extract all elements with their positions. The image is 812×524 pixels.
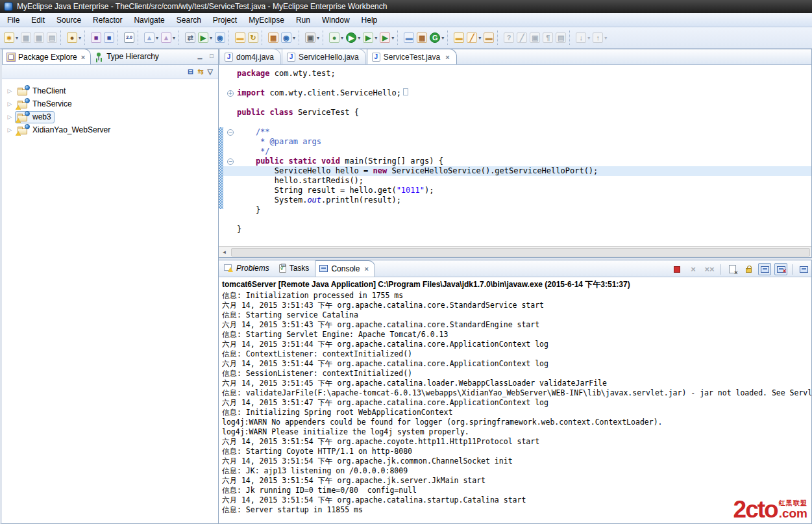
dropdown-arrow-icon[interactable]: ▾	[156, 35, 158, 41]
open-type-button[interactable]: ▬	[452, 31, 465, 44]
editor-tab-dom4j-java[interactable]: Jdom4j.java	[219, 49, 281, 64]
expand-arrow-icon[interactable]: ▷	[6, 101, 14, 107]
console-output[interactable]: 信息: Initialization processed in 1755 ms六…	[219, 290, 811, 523]
clear-console-button[interactable]	[726, 263, 739, 275]
browser-switch-button[interactable]: ◉▾	[280, 31, 297, 44]
close-tab-icon[interactable]: ×	[81, 53, 85, 61]
expand-arrow-icon[interactable]: ▷	[6, 127, 14, 133]
expand-arrow-icon[interactable]: ▷	[6, 114, 14, 120]
tab-console[interactable]: Console×	[315, 260, 375, 277]
dropdown-arrow-icon[interactable]: ▾	[391, 35, 394, 41]
view-menu-button[interactable]: ▽	[208, 68, 213, 76]
show-console-on-output-button[interactable]	[774, 263, 787, 275]
collapse-fold-icon[interactable]: −	[227, 158, 234, 165]
generate-button[interactable]: G▾	[428, 31, 445, 44]
tree-item-web3[interactable]: ▷web3	[2, 110, 218, 123]
dropdown-arrow-icon[interactable]: ▾	[478, 35, 481, 41]
dropdown-arrow-icon[interactable]: ▾	[293, 35, 295, 41]
code-editor[interactable]: package com.wty.test;+import com.wty.cli…	[219, 65, 811, 246]
dropdown-arrow-icon[interactable]: ▾	[375, 35, 377, 41]
editor-tab-bar: Jdom4j.javaJServiceHello.javaJServiceTes…	[219, 49, 811, 65]
expand-fold-icon[interactable]: +	[227, 90, 234, 97]
run-server-icon: ▶	[198, 32, 208, 43]
import-button[interactable]: ▬	[234, 31, 247, 44]
run-button[interactable]: ▶▾	[345, 31, 362, 44]
new-web-project-button[interactable]: ●▾	[66, 31, 82, 44]
remove-all-launches-button[interactable]: ××	[703, 263, 716, 275]
title-bar[interactable]: MyEclipse Java Enterprise - TheClient/sr…	[0, 0, 812, 13]
menu-source[interactable]: Source	[51, 14, 87, 27]
scroll-left-arrow-icon[interactable]: ◂	[219, 247, 230, 257]
tab-package-explore[interactable]: Package Explore×	[2, 49, 91, 64]
dropdown-arrow-icon[interactable]: ▾	[358, 35, 360, 41]
run-history-button[interactable]: ▶▾	[362, 31, 378, 44]
menu-navigate[interactable]: Navigate	[128, 14, 170, 27]
web-2-0-button[interactable]: 2.0	[123, 31, 136, 44]
menu-file[interactable]: File	[1, 14, 25, 27]
close-tab-icon[interactable]: ×	[364, 265, 368, 273]
dropdown-arrow-icon[interactable]: ▾	[317, 35, 319, 41]
new-ejb-project-button[interactable]: ■	[90, 31, 103, 44]
terminate-button[interactable]	[671, 263, 683, 275]
pin-console-button[interactable]	[758, 263, 771, 275]
minimize-view-button[interactable]: ▁	[195, 52, 204, 60]
collapse-fold-icon[interactable]: −	[227, 129, 234, 136]
tree-item-xidianyao_webserver[interactable]: ▷XidianYao_WebServer	[2, 123, 218, 136]
tree-row-inner: TheService	[15, 98, 75, 110]
report-design-button[interactable]: ▦	[267, 31, 280, 44]
tab-problems[interactable]: Problems	[220, 260, 275, 277]
menu-window[interactable]: Window	[316, 14, 356, 27]
menu-run[interactable]: Run	[290, 14, 316, 27]
console-line: 六月 14, 2015 3:51:43 下午 org.apache.catali…	[222, 301, 811, 310]
project-tree[interactable]: ▷TheClient▷TheService▷web3▷XidianYao_Web…	[2, 79, 218, 523]
menu-myeclipse[interactable]: MyEclipse	[243, 14, 290, 27]
scroll-lock-button[interactable]	[742, 263, 755, 275]
collapse-all-button[interactable]: ⊟	[188, 68, 193, 76]
new-grid-button[interactable]: ▦	[415, 31, 428, 44]
editor-horizontal-scrollbar[interactable]: ◂	[219, 246, 811, 257]
scrollbar-thumb[interactable]	[231, 248, 810, 256]
close-tab-icon[interactable]: ×	[445, 53, 449, 61]
menu-edit[interactable]: Edit	[25, 14, 51, 27]
dropdown-arrow-icon[interactable]: ▾	[16, 35, 18, 41]
folded-region-box-icon[interactable]	[403, 88, 408, 95]
deploy-module-button[interactable]: ⇄	[184, 31, 197, 44]
menu-project[interactable]: Project	[207, 14, 243, 27]
editor-tab-servicehello-java[interactable]: JServiceHello.java	[282, 49, 366, 64]
dropdown-arrow-icon[interactable]: ▾	[210, 35, 212, 41]
editor-tab-servicetest-java[interactable]: JServiceTest.java×	[367, 49, 457, 64]
refresh-button[interactable]: ↻	[247, 31, 260, 44]
menu-search[interactable]: Search	[171, 14, 207, 27]
code-text: }	[237, 205, 260, 215]
tab-tasks[interactable]: Tasks	[275, 260, 315, 277]
range-indicator	[219, 127, 223, 209]
open-resource-button[interactable]: ▬	[482, 31, 495, 44]
menu-help[interactable]: Help	[356, 14, 384, 27]
run-server-button[interactable]: ▶▾	[197, 31, 214, 44]
open-console-button[interactable]	[797, 263, 810, 275]
expand-arrow-icon[interactable]: ▷	[6, 88, 14, 94]
remove-launch-button[interactable]: ×	[687, 263, 700, 275]
dropdown-arrow-icon[interactable]: ▾	[173, 35, 175, 41]
dropdown-arrow-icon[interactable]: ▾	[441, 35, 444, 41]
dropdown-arrow-icon[interactable]: ▾	[79, 35, 81, 41]
tree-item-theservice[interactable]: ▷TheService	[2, 97, 218, 110]
new-class-wizard-button[interactable]: ▲▾	[143, 31, 160, 44]
web-browser-button[interactable]: ◉	[214, 31, 227, 44]
debug-button[interactable]: ●▾	[328, 31, 345, 44]
new-war-project-button[interactable]: ■	[103, 31, 116, 44]
menu-refactor[interactable]: Refactor	[87, 14, 128, 27]
dropdown-arrow-icon[interactable]: ▾	[341, 35, 343, 41]
new-button[interactable]: ∗▾	[3, 31, 19, 44]
maximize-view-button[interactable]: □	[207, 52, 216, 60]
profile-button[interactable]: ▶▾	[378, 31, 395, 44]
java-file-icon: J	[372, 53, 380, 62]
tree-item-theclient[interactable]: ▷TheClient	[2, 84, 218, 97]
new-wizard-folder-button[interactable]: ▬	[402, 31, 415, 44]
toolbar-separator	[117, 31, 120, 45]
new-interface-wizard-button[interactable]: ▲▾	[160, 31, 177, 44]
tab-type-hierarchy[interactable]: Type Hierarchy	[91, 49, 164, 64]
link-with-editor-button[interactable]: ⇆	[197, 68, 203, 76]
snapshot-button[interactable]: ▣▾	[304, 31, 321, 44]
search-button[interactable]: ╱▾	[465, 31, 482, 44]
